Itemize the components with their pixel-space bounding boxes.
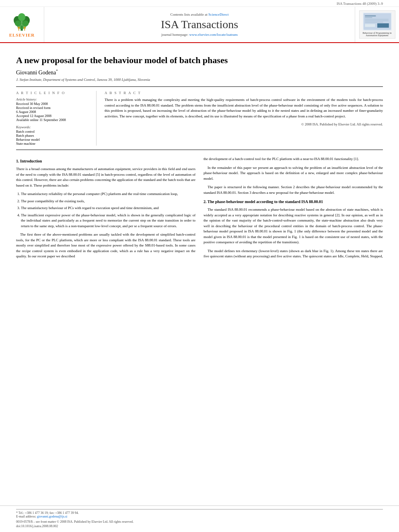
elsevier-brand-text: ELSEVIER [9, 33, 35, 37]
issn-line: 0019-0578/$ – see front matter © 2008 IS… [16, 520, 383, 524]
abstract-section: A B S T R A C T There is a problem with … [105, 91, 383, 146]
list-item-3: The unsatisfactory behaviour of PCs with… [21, 205, 195, 211]
svg-rect-16 [365, 21, 389, 21]
email-label: E-mail address: [16, 515, 37, 518]
doi-line: doi:10.1016/j.isatra.2008.08.002 [16, 524, 383, 528]
author-sup: * [56, 69, 58, 73]
accepted-date: Accepted 12 August 2008 [16, 114, 92, 118]
footnote: * Tel.: +386 1 477 36 19; fax: +386 1 47… [16, 509, 383, 518]
keywords-section: Keywords: Batch control Batch phases Beh… [16, 125, 92, 146]
svg-rect-17 [365, 22, 383, 22]
keyword-2: Batch phases [16, 134, 92, 138]
keywords-label: Keywords: [16, 125, 92, 129]
section2-heading: 2. The phase-behaviour model according t… [204, 199, 383, 205]
abstract-text: There is a problem with managing the com… [105, 97, 383, 119]
article-info-title: A R T I C L E I N F O [16, 91, 92, 95]
footer: * Tel.: +386 1 477 36 19; fax: +386 1 47… [0, 505, 399, 532]
page: ISA Transactions 48 (2009) 3–9 [0, 0, 399, 532]
keyword-1: Batch control [16, 129, 92, 134]
abstract-copyright: © 2008 ISA. Published by Elsevier Ltd. A… [105, 122, 383, 126]
intro-para-1: There is a broad consensus among the man… [16, 166, 195, 188]
history-label: Article history: [16, 97, 92, 101]
problems-list: The unsatisfactory reliability of the pe… [21, 191, 195, 229]
elsevier-logo: ELSEVIER [9, 12, 35, 37]
svg-point-7 [18, 27, 20, 29]
article-info: A R T I C L E I N F O Article history: R… [16, 91, 97, 146]
svg-point-5 [15, 21, 21, 27]
available-date: Available online 11 September 2008 [16, 118, 92, 122]
intro-heading: 1. Introduction [16, 158, 195, 164]
received-date: Received 30 May 2008 [16, 102, 92, 106]
list-item-2: The poor compatibility of the existing t… [21, 199, 195, 204]
author-name: Giovanni Godena* [16, 69, 383, 76]
journal-homepage: journal homepage: www.elsevier.com/locat… [161, 33, 238, 37]
transactions-logo-icon [361, 12, 393, 31]
body-columns: 1. Introduction There is a broad consens… [16, 156, 383, 263]
svg-rect-19 [365, 24, 375, 27]
journal-center: Contents lists available at ScienceDirec… [44, 7, 355, 42]
transactions-logo-box: Behaviour of Programming inAutomation Eq… [359, 10, 395, 39]
intro-para-2: The first three of the above-mentioned p… [16, 232, 195, 259]
svg-rect-18 [377, 23, 389, 28]
elsevier-logo-left: ELSEVIER [0, 7, 44, 42]
received-revised-label: Received in revised form [16, 106, 92, 110]
journal-logo-right: Behaviour of Programming inAutomation Eq… [355, 7, 399, 42]
list-item-4: The insufficient expressive power of the… [21, 213, 195, 229]
section2-para-1: The standard ISA 88.00.01 recommends a p… [204, 207, 383, 245]
right-para-2: In the remainder of this paper we presen… [204, 165, 383, 182]
right-para-3: The paper is structured in the following… [204, 185, 383, 195]
journal-header: ELSEVIER Contents lists available at Sci… [0, 7, 399, 43]
contents-line: Contents lists available at ScienceDirec… [171, 12, 229, 16]
journal-title: ISA Transactions [161, 18, 238, 31]
journal-reference: ISA Transactions 48 (2009) 3–9 [0, 0, 399, 7]
journal-ref-text: ISA Transactions 48 (2009) 3–9 [337, 2, 383, 6]
article-title: A new proposal for the behaviour model o… [16, 55, 383, 66]
svg-rect-14 [365, 17, 372, 18]
list-item-1: The unsatisfactory reliability of the pe… [21, 191, 195, 197]
svg-point-4 [18, 13, 25, 21]
svg-point-8 [24, 27, 26, 29]
keyword-3: Behaviour model [16, 138, 92, 142]
abstract-title: A B S T R A C T [105, 91, 383, 95]
svg-rect-15 [365, 19, 389, 19]
main-content: A new proposal for the behaviour model o… [0, 43, 399, 505]
affiliation: J. Stefan Institute, Department of Syste… [16, 78, 383, 82]
keyword-4: State machine [16, 142, 92, 146]
svg-point-6 [22, 21, 29, 27]
sciencedirect-link[interactable]: ScienceDirect [208, 12, 228, 16]
elsevier-tree-icon [10, 12, 34, 32]
info-abstract-row: A R T I C L E I N F O Article history: R… [16, 86, 383, 150]
svg-rect-13 [365, 15, 376, 16]
section2-para-2: The model defines ten elementary (lowest… [204, 249, 383, 259]
email-link[interactable]: giovanni.godena@ijs.si [37, 515, 67, 518]
right-column: the development of a batch-control tool … [204, 156, 383, 263]
revised-date: 6 August 2008 [16, 110, 92, 114]
homepage-link[interactable]: www.elsevier.com/locate/isatrans [189, 33, 238, 37]
left-column: 1. Introduction There is a broad consens… [16, 156, 195, 263]
right-para-1: the development of a batch-control tool … [204, 156, 383, 162]
